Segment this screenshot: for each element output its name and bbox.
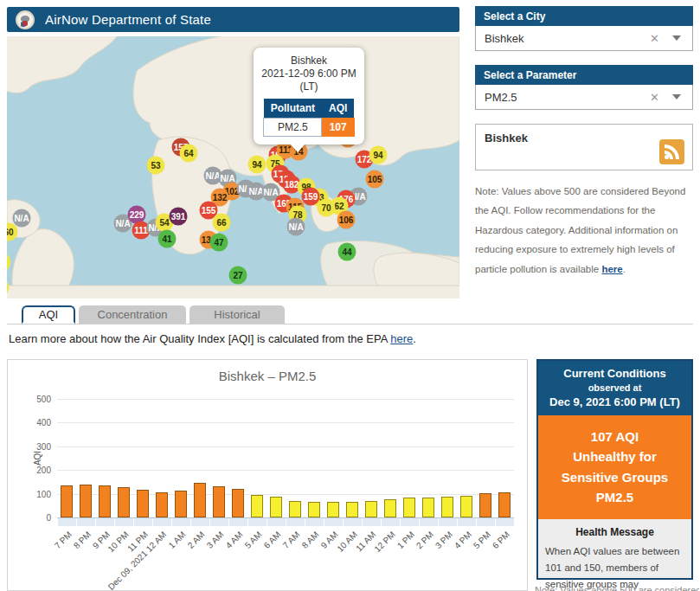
sidebar-note-suffix: . (623, 264, 626, 274)
rss-city-label: Bishkek (485, 132, 528, 145)
chart-bar[interactable] (346, 502, 358, 517)
map-marker[interactable]: 66 (213, 214, 231, 232)
chart-x-tick-label: 6 AM (262, 530, 283, 550)
chart-bar[interactable] (137, 490, 149, 517)
chart-bar[interactable] (441, 497, 453, 517)
map-marker[interactable]: 106 (337, 211, 356, 229)
city-select[interactable]: Bishkek ✕ (475, 26, 693, 51)
chart-bar[interactable] (118, 487, 130, 517)
chart-bar[interactable] (327, 502, 339, 517)
chart-bar[interactable] (270, 497, 282, 517)
learn-more-text: Learn more about how the Air Quality Ind… (9, 332, 416, 345)
app-title: AirNow Department of State (45, 12, 211, 27)
learn-more-suffix: . (413, 332, 416, 345)
bottom-note-clipped: Note: Values above 500 are considered Be… (535, 585, 699, 591)
map-marker[interactable]: 64 (180, 145, 198, 163)
chart-bar[interactable] (194, 483, 206, 517)
chart-bar[interactable] (213, 486, 225, 517)
chart-axis-band (57, 518, 514, 526)
chart-x-tick-label: 10 PM (106, 530, 131, 554)
cc-observed-label: observed at (542, 382, 688, 393)
current-conditions-box: Current Conditions observed at Dec 9, 20… (536, 359, 693, 580)
map-marker[interactable]: 159 (302, 188, 320, 206)
chart-bar[interactable] (289, 501, 301, 517)
parameter-select[interactable]: PM2.5 ✕ (475, 85, 693, 110)
map-marker[interactable]: 94 (369, 146, 388, 164)
map-marker[interactable]: 105 (366, 170, 384, 189)
state-department-seal-icon (16, 10, 35, 29)
chart-x-tick-label: 2 PM (414, 530, 434, 550)
chart-bar[interactable] (403, 498, 415, 517)
map-marker[interactable]: N/A (13, 209, 31, 228)
chart-x-tick-label: 7 AM (281, 530, 302, 550)
chart-bar[interactable] (175, 491, 187, 517)
chart-y-tick: 300 (13, 441, 51, 451)
chart-bar[interactable] (384, 499, 396, 517)
tab-historical[interactable]: Historical (189, 305, 285, 324)
chart-x-tick-label: 5 AM (243, 530, 264, 550)
chart-x-tick-label: 4 PM (452, 530, 472, 550)
cc-health-message: Health Message When AQI values are betwe… (538, 519, 691, 591)
chart-bar[interactable] (460, 496, 472, 517)
parameter-clear-icon[interactable]: ✕ (650, 91, 659, 104)
cc-aqi-pollutant: PM2.5 (543, 487, 686, 507)
chart-bar[interactable] (365, 501, 377, 517)
map-popup: Bishkek 2021-12-09 6:00 PM (LT) Pollutan… (254, 48, 364, 145)
chart-bar[interactable] (479, 493, 491, 517)
chart-bar[interactable] (498, 492, 511, 517)
cc-aqi-value: 107 AQI (543, 427, 686, 446)
chart-x-tick-label: 2 AM (186, 530, 207, 550)
chart-x-tick-label: 12 PM (373, 530, 397, 554)
chart-x-tick-label: 7 PM (52, 530, 73, 550)
cc-health-text: When AQI values are between 101 and 150,… (545, 543, 684, 591)
sidebar-note: Note: Values above 500 are considered Be… (475, 182, 695, 279)
popup-aqi-value: 107 (322, 119, 354, 137)
map-marker[interactable]: 41 (158, 230, 177, 248)
sidebar-note-link[interactable]: here (601, 264, 622, 274)
chart-bar[interactable] (232, 489, 244, 517)
chart-x-tick-label: 8 PM (71, 530, 92, 550)
airnow-page: AirNow Department of State N/A6070N/A229… (0, 0, 700, 591)
map-marker[interactable]: 391 (170, 208, 188, 226)
map-marker[interactable]: N/A (287, 218, 305, 236)
chart-gridline (57, 422, 514, 423)
current-conditions-header: Current Conditions observed at Dec 9, 20… (538, 361, 691, 415)
tab-concentration[interactable]: Concentration (79, 305, 186, 324)
map-marker[interactable]: 47 (210, 234, 228, 252)
cc-title: Current Conditions (542, 367, 688, 380)
epa-link[interactable]: here (390, 332, 413, 345)
chart-bar[interactable] (61, 485, 73, 517)
chart-bar[interactable] (80, 485, 92, 517)
chart-x-tick-label: 1 AM (167, 530, 188, 550)
chart-bar[interactable] (422, 498, 434, 517)
popup-col-aqi: AQI (322, 99, 354, 119)
map-marker[interactable]: 70 (318, 199, 336, 217)
rss-icon[interactable] (659, 139, 684, 164)
tab-aqi[interactable]: AQI (22, 305, 75, 324)
chart-x-tick-label: 4 AM (224, 530, 245, 550)
chart-bar[interactable] (156, 492, 168, 517)
chart-x-tick-label: 1 PM (395, 530, 415, 550)
popup-datetime: 2021-12-09 6:00 PM (259, 67, 359, 80)
chart-x-tick-label: 3 PM (433, 530, 453, 550)
popup-aqi-table: Pollutant AQI PM2.5 107 (263, 99, 355, 137)
world-map[interactable]: N/A6070N/A229111N/A54391411576453N/AN/A1… (7, 36, 459, 299)
map-marker[interactable]: 53 (147, 157, 165, 175)
chart-y-tick: 400 (13, 418, 51, 427)
map-marker[interactable]: 44 (338, 243, 356, 261)
chart-gridline (57, 399, 514, 400)
chart-bar[interactable] (251, 495, 263, 517)
city-caret-down-icon[interactable] (672, 35, 681, 41)
cc-health-title: Health Message (545, 526, 684, 538)
chart-bar[interactable] (308, 502, 320, 517)
chart-gridline (57, 470, 514, 471)
map-marker[interactable]: 27 (229, 267, 247, 285)
app-header: AirNow Department of State (7, 7, 459, 32)
chart-y-tick: 0 (13, 513, 51, 523)
chart-bar[interactable] (99, 485, 111, 517)
tab-bar: AQI Concentration Historical (7, 305, 693, 324)
map-marker[interactable]: 94 (248, 156, 267, 174)
learn-more-prefix: Learn more about how the Air Quality Ind… (9, 332, 390, 345)
city-clear-icon[interactable]: ✕ (650, 32, 659, 45)
parameter-caret-down-icon[interactable] (672, 94, 681, 100)
